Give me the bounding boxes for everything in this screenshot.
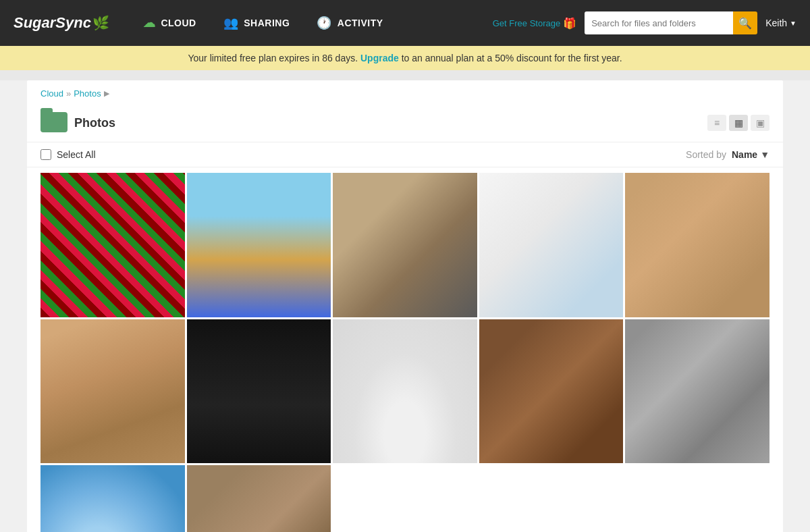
list-item[interactable] — [187, 465, 331, 532]
main-content: Cloud » Photos ▶ Photos ≡ ▦ ▣ — [0, 80, 810, 532]
upgrade-banner: Your limited free plan expires in 86 day… — [0, 46, 810, 70]
list-item[interactable] — [479, 319, 624, 464]
sorted-by-label: Sorted by — [686, 149, 726, 160]
list-item[interactable] — [333, 173, 477, 317]
folder-icon — [40, 112, 68, 132]
list-view-button[interactable]: ≡ — [707, 115, 726, 131]
logo-area: SugarSync 🌿 — [14, 14, 109, 32]
breadcrumb-cloud-link[interactable]: Cloud — [40, 88, 63, 99]
large-grid-view-icon: ▣ — [756, 117, 765, 128]
nav-cloud-label: CLOUD — [161, 18, 196, 28]
get-free-storage-text: Get Free Storage — [493, 18, 560, 28]
list-item[interactable] — [40, 173, 185, 317]
list-item[interactable] — [40, 465, 185, 532]
sort-control[interactable]: Sorted by Name ▼ — [686, 149, 770, 160]
user-menu[interactable]: Keith ▼ — [765, 18, 796, 28]
toolbar: Select All Sorted by Name ▼ — [27, 142, 783, 167]
gift-icon: 🎁 — [563, 17, 576, 30]
grid-view-button[interactable]: ▦ — [729, 115, 748, 131]
folder-header: Photos ≡ ▦ ▣ — [27, 107, 783, 142]
sort-chevron-icon: ▼ — [760, 149, 770, 160]
list-view-icon: ≡ — [714, 117, 720, 128]
header-right: Get Free Storage 🎁 🔍 Keith ▼ — [493, 11, 796, 34]
large-grid-view-button[interactable]: ▣ — [751, 115, 770, 131]
folder-title: Photos — [74, 116, 707, 130]
logo-leaf-icon: 🌿 — [92, 15, 109, 31]
search-icon: 🔍 — [738, 17, 752, 30]
list-item[interactable] — [479, 173, 624, 317]
upgrade-link[interactable]: Upgrade — [360, 53, 399, 63]
sharing-icon: 👥 — [223, 16, 239, 30]
list-item[interactable] — [187, 319, 331, 464]
nav-activity-label: ACTIVITY — [338, 18, 383, 28]
nav-sharing[interactable]: 👥 SHARING — [210, 10, 304, 36]
breadcrumb-arrow-icon: ▶ — [104, 89, 109, 98]
list-item[interactable] — [187, 173, 331, 317]
search-button[interactable]: 🔍 — [733, 11, 757, 34]
search-container: 🔍 — [585, 11, 757, 34]
breadcrumb-separator: » — [66, 88, 71, 99]
list-item[interactable] — [40, 319, 185, 464]
banner-text-after: to an annual plan at a 50% discount for … — [402, 53, 622, 63]
get-free-storage-link[interactable]: Get Free Storage 🎁 — [493, 17, 576, 30]
content-area: Cloud » Photos ▶ Photos ≡ ▦ ▣ — [27, 80, 783, 532]
breadcrumb: Cloud » Photos ▶ — [27, 80, 783, 107]
view-controls: ≡ ▦ ▣ — [707, 115, 770, 131]
cloud-icon: ☁ — [143, 16, 156, 30]
select-all-checkbox[interactable] — [40, 149, 51, 160]
photo-grid — [27, 167, 783, 532]
folder-icon-container — [40, 112, 68, 134]
chevron-down-icon: ▼ — [790, 20, 796, 27]
user-name: Keith — [765, 18, 787, 28]
search-input[interactable] — [585, 11, 733, 34]
main-nav: ☁ CLOUD 👥 SHARING 🕐 ACTIVITY — [130, 10, 493, 36]
nav-sharing-label: SHARING — [244, 18, 290, 28]
nav-activity[interactable]: 🕐 ACTIVITY — [303, 10, 396, 36]
select-all-label[interactable]: Select All — [57, 149, 96, 160]
grid-view-icon: ▦ — [734, 117, 743, 128]
header: SugarSync 🌿 ☁ CLOUD 👥 SHARING 🕐 ACTIVITY… — [0, 0, 810, 46]
select-all-container: Select All — [40, 149, 686, 160]
sort-value: Name — [732, 149, 757, 160]
list-item[interactable] — [333, 319, 477, 464]
banner-text-before: Your limited free plan expires in 86 day… — [188, 53, 358, 63]
nav-cloud[interactable]: ☁ CLOUD — [130, 10, 210, 36]
list-item[interactable] — [625, 319, 770, 464]
logo-text: SugarSync — [14, 14, 91, 32]
list-item[interactable] — [625, 173, 770, 317]
breadcrumb-photos-link[interactable]: Photos — [74, 88, 101, 99]
activity-icon: 🕐 — [317, 16, 332, 30]
